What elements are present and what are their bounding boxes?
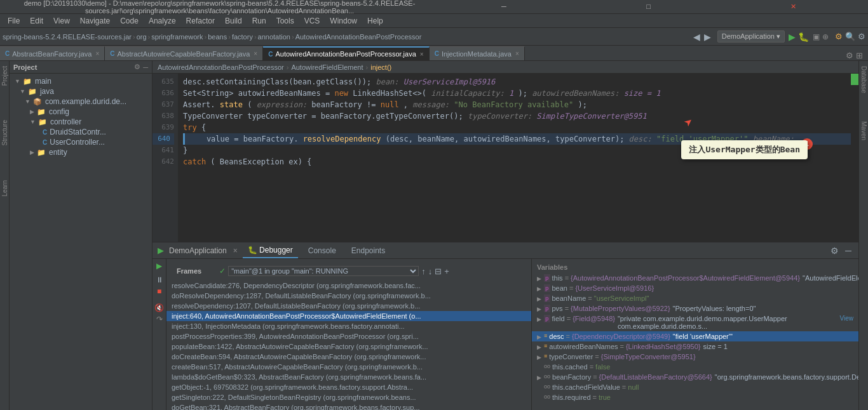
nav-back-btn[interactable]: ◀ (693, 32, 700, 42)
frame-11[interactable]: getSingleton:222, DefaultSingletonBeanRe… (166, 392, 531, 402)
menu-tools[interactable]: Tools (271, 15, 299, 27)
more-run-btn[interactable]: ⊕ (822, 32, 829, 41)
tree-controller[interactable]: ▼ 📁 controller (10, 117, 152, 127)
learn-icon[interactable]: Learn (0, 178, 10, 199)
tree-entity[interactable]: ▶ 📁 entity (10, 147, 152, 157)
debug-run-btn[interactable]: 🐛 (798, 32, 809, 42)
frames-filter-btn[interactable]: ⊟ (435, 267, 442, 276)
thread-selector[interactable]: "main"@1 in group "main": RUNNING (228, 266, 419, 276)
tab-console[interactable]: Console (303, 244, 341, 258)
frame-12[interactable]: doGetBean:321, AbstractBeanFactory (org.… (166, 402, 531, 410)
nav-beans[interactable]: beans (208, 33, 227, 41)
tab-endpoints[interactable]: Endpoints (346, 244, 390, 258)
var-desc[interactable]: ▶ ≡ desc = {DependencyDescriptor@5949} "… (532, 331, 858, 341)
frame-6[interactable]: populateBean:1422, AbstractAutowireCapab… (166, 341, 531, 352)
debug-step-over[interactable]: ↷ (156, 315, 163, 324)
run-coverage-btn[interactable]: ▣ (813, 32, 820, 41)
nav-forward-btn[interactable]: ▶ (704, 32, 711, 42)
breadcrumb-inner-class[interactable]: AutowiredFieldElement (291, 63, 363, 71)
breadcrumb-method[interactable]: inject() (370, 63, 391, 71)
menu-vcs[interactable]: VCS (299, 15, 325, 27)
debug-app-name[interactable]: DemoApplication (169, 246, 227, 255)
tab-close-1[interactable]: × (95, 50, 99, 57)
nav-class[interactable]: AutowiredAnnotationBeanPostProcessor (295, 33, 422, 41)
editor-split-btn[interactable]: ⊞ (856, 51, 863, 60)
breadcrumb-class[interactable]: AutowiredAnnotationBeanPostProcessor (158, 63, 284, 71)
var-cached-field-value[interactable]: ▶ oo this.cachedFieldValue = null (532, 382, 858, 392)
menu-build[interactable]: Build (220, 15, 247, 27)
frame-4[interactable]: inject:130, InjectionMetadata (org.sprin… (166, 321, 531, 331)
frames-down-btn[interactable]: ↓ (428, 267, 433, 276)
debug-resume-btn[interactable]: ▶ (156, 261, 162, 270)
var-bean[interactable]: ▶ p bean = {UserServiceImpl@5916} (532, 283, 858, 293)
frame-5[interactable]: postProcessProperties:399, AutowiredAnno… (166, 331, 531, 341)
frame-2[interactable]: resolveDependency:1207, DefaultListableB… (166, 301, 531, 311)
tab-injection-metadata[interactable]: C InjectionMetadata.java × (430, 46, 525, 60)
debug-close-btn[interactable]: × (233, 246, 238, 255)
var-bean-factory[interactable]: ▶ oo beanFactory = {DefaultListableBeanF… (532, 372, 858, 382)
menu-window[interactable]: Window (325, 15, 362, 27)
tab-abstract-autowire[interactable]: C AbstractAutowireCapableBeanFactory.jav… (105, 46, 263, 60)
menu-edit[interactable]: Edit (25, 15, 48, 27)
editor-settings-btn[interactable]: ⚙ (846, 51, 853, 60)
frames-up-btn[interactable]: ↑ (421, 267, 426, 276)
debug-settings-btn[interactable]: ⚙ (829, 246, 841, 256)
menu-file[interactable]: File (3, 15, 25, 27)
var-type-converter[interactable]: ▶ ≡ typeConverter = {SimpleTypeConverter… (532, 352, 858, 362)
var-this-required[interactable]: ▶ oo this.required = true (532, 392, 858, 402)
tree-config[interactable]: ▶ 📁 config (10, 107, 152, 117)
tree-java[interactable]: ▼ 📁 java (10, 86, 152, 96)
tab-close-2[interactable]: × (254, 50, 257, 57)
tree-usercontroller[interactable]: C UserController... (10, 137, 152, 147)
nav-annotation[interactable]: annotation (258, 33, 290, 41)
debug-pause-btn[interactable]: ⏸ (156, 275, 163, 284)
close-btn[interactable]: ✕ (723, 3, 863, 11)
var-beanname[interactable]: ▶ p beanName = "userServiceImpl" (532, 293, 858, 303)
frame-1[interactable]: doResolveDependency:1287, DefaultListabl… (166, 291, 531, 301)
structure-icon[interactable]: Structure (0, 117, 10, 149)
tab-close-3[interactable]: × (420, 51, 424, 58)
project-settings-btn[interactable]: ⚙ (134, 63, 140, 71)
frame-3[interactable]: inject:640, AutowiredAnnotationBeanPostP… (166, 311, 531, 321)
menu-run[interactable]: Run (247, 15, 271, 27)
run-btn[interactable]: ▶ (789, 32, 796, 42)
tab-abstract-bean-factory[interactable]: C AbstractBeanFactory.java × (0, 46, 105, 60)
nav-factory[interactable]: factory (232, 33, 253, 41)
frame-8[interactable]: createBean:517, AbstractAutowireCapableB… (166, 362, 531, 372)
tree-package[interactable]: ▼ 📦 com.example.durid.de... (10, 96, 152, 107)
toolbar-search-icon[interactable]: 🔍 (845, 32, 855, 41)
menu-refactor[interactable]: Refactor (181, 15, 220, 27)
tab-debugger[interactable]: 🐛 Debugger (243, 243, 298, 258)
var-field[interactable]: ▶ p field = {Field@5948} "private com.ex… (532, 314, 858, 331)
maven-icon[interactable]: Maven (859, 119, 869, 143)
menu-navigate[interactable]: Navigate (75, 15, 115, 27)
menu-view[interactable]: View (48, 15, 75, 27)
frames-add-btn[interactable]: + (444, 267, 449, 276)
project-icon[interactable]: Project (0, 63, 10, 88)
var-autowired-bean-names[interactable]: ▶ ≡ autowiredBeanNames = {LinkedHashSet@… (532, 341, 858, 352)
tab-autowired-annotation[interactable]: C AutowiredAnnotationBeanPostProcessor.j… (263, 46, 429, 60)
toolbar-build-icon[interactable]: ⚙ (835, 32, 843, 41)
var-this-cached[interactable]: ▶ oo this.cached = false (532, 362, 858, 372)
tree-main[interactable]: ▼ 📁 main (10, 76, 152, 86)
debug-stop-btn[interactable]: ■ (157, 287, 161, 296)
project-collapse-btn[interactable]: ─ (143, 63, 148, 71)
menu-help[interactable]: Help (362, 15, 388, 27)
run-config-btn[interactable]: DemoApplication ▾ (717, 30, 785, 43)
menu-analyze[interactable]: Analyze (144, 15, 181, 27)
frame-10[interactable]: getObject:-1, 697508322 (org.springframe… (166, 382, 531, 392)
frame-0[interactable]: resolveCandidate:276, DependencyDescript… (166, 281, 531, 291)
nav-org[interactable]: org (137, 33, 147, 41)
minimize-btn[interactable]: ─ (434, 3, 574, 11)
toolbar-settings-icon[interactable]: ⚙ (858, 32, 865, 41)
var-this[interactable]: ▶ p this = {AutowiredAnnotationBeanPostP… (532, 273, 858, 283)
maximize-btn[interactable]: □ (579, 3, 719, 11)
debug-mute-btn[interactable]: 🔇 (154, 303, 164, 312)
menu-code[interactable]: Code (115, 15, 144, 27)
debug-minimize-btn[interactable]: ─ (843, 246, 853, 256)
tree-druid[interactable]: C DruidStatContr... (10, 127, 152, 137)
tab-close-4[interactable]: × (515, 50, 519, 57)
var-pvs[interactable]: ▶ p pvs = {MutablePropertyValues@5922} "… (532, 303, 858, 314)
frame-7[interactable]: doCreateBean:594, AbstractAutowireCapabl… (166, 352, 531, 362)
nav-jar[interactable]: spring-beans-5.2.4.RELEASE-sources.jar (3, 33, 132, 41)
